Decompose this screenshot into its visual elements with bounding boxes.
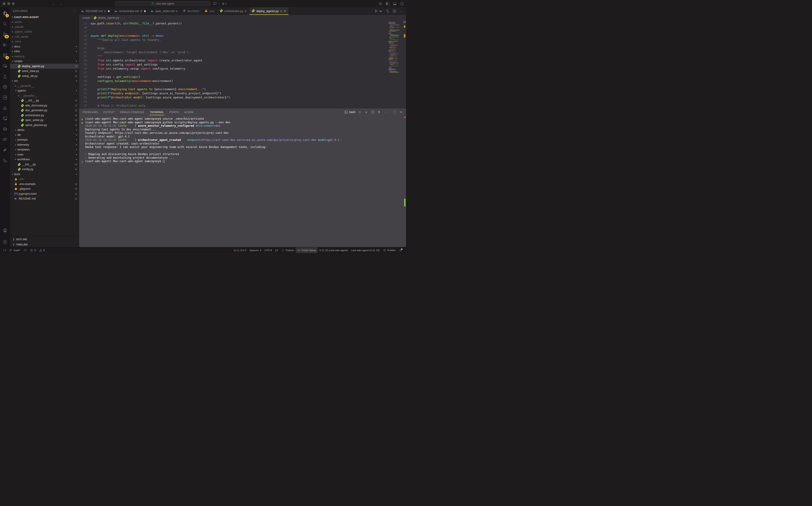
activity-terraform-icon[interactable] <box>0 92 10 103</box>
status-finish-setup[interactable]: Finish Setup <box>295 247 318 253</box>
activity-terraform-cloud-icon[interactable] <box>0 113 10 124</box>
close-window-button[interactable] <box>3 2 5 5</box>
activity-explorer-icon[interactable]: 2 <box>0 8 10 19</box>
toggle-panel-icon[interactable] <box>393 2 397 6</box>
unsaved-dot-icon[interactable] <box>108 10 110 12</box>
editor-more-actions-icon[interactable]: ··· <box>399 10 403 13</box>
tree-item-telemetry[interactable]: ▸telemetry● <box>10 142 79 147</box>
terminal-dropdown-chevron-icon[interactable] <box>364 110 368 114</box>
activity-settings-icon[interactable] <box>0 237 10 247</box>
tree-item-README.md[interactable]: M↓README.mdU <box>10 196 79 201</box>
code-line[interactable]: 25 from src.config import get_settings <box>79 63 387 67</box>
code-line[interactable]: 24 from src.agents.orchestrator import c… <box>79 59 387 63</box>
terminal-output[interactable]: ●(cast-ado-agent) Mac:cast-ado-agent sam… <box>79 116 406 247</box>
panel-tab-terminal[interactable]: TERMINAL <box>149 108 164 116</box>
kill-terminal-icon[interactable] <box>377 110 381 114</box>
tree-item-memory[interactable]: ▸memory <box>10 54 79 59</box>
code-line[interactable]: 22 environment: Target environment ('dev… <box>79 50 387 54</box>
tree-item-prompts[interactable]: ▸prompts● <box>10 138 79 143</box>
tree-item-.azure[interactable]: ▸.azure <box>10 20 79 25</box>
sidebar-section-outline[interactable]: ❯OUTLINE <box>10 237 79 242</box>
status-3-11-15-cast-ado-agent[interactable]: 3.11.15 (cast-ado-agent) <box>318 247 349 253</box>
panel-tab-debug-console[interactable]: DEBUG CONSOLE <box>120 108 145 116</box>
code-line[interactable]: 26 from src.telemetry.setup import confi… <box>79 67 387 71</box>
tree-item-tests[interactable]: ▸tests● <box>10 172 79 177</box>
code-line[interactable]: 23 """ <box>79 54 387 59</box>
editor-tab-README.md[interactable]: M↓README.mdU <box>79 7 113 15</box>
unsaved-dot-icon[interactable] <box>144 10 146 12</box>
new-terminal-icon[interactable] <box>358 110 362 114</box>
status-remote[interactable] <box>1 247 8 253</box>
close-panel-icon[interactable] <box>399 110 403 114</box>
tree-item-.ruff_cache[interactable]: ▸.ruff_cache <box>10 34 79 39</box>
breadcrumb-file[interactable]: deploy_agents.py <box>98 16 119 19</box>
tree-item-.env.example[interactable]: .env.exampleU <box>10 181 79 186</box>
code-line[interactable]: 31 print(f"Deploying Cast agents to {env… <box>79 87 387 91</box>
editor-tab-deploy_agents.py[interactable]: deploy_agents.pyU✕ <box>249 7 289 15</box>
tree-item-workflows[interactable]: ▸workflows● <box>10 157 79 162</box>
tree-item-pyproject.toml[interactable]: [T]pyproject.tomlU <box>10 191 79 196</box>
split-editor-icon[interactable] <box>393 9 396 13</box>
open-changes-icon[interactable] <box>386 9 390 13</box>
tree-item-config.py[interactable]: config.pyU <box>10 167 79 172</box>
editor-tab-orchestrator.md[interactable]: M↓orchestrator.mdU <box>113 7 149 15</box>
chevron-down-icon[interactable] <box>218 3 221 5</box>
activity-copilot-icon[interactable] <box>0 134 10 145</box>
tree-item-__pycache__[interactable]: ▸__pycache__ <box>10 83 79 88</box>
back-arrow-icon[interactable]: ← <box>52 2 56 6</box>
breadcrumb-symbol[interactable]: ... <box>123 16 125 19</box>
activity-azure-icon[interactable] <box>0 103 10 113</box>
command-center-search[interactable]: cast-ado-agent <box>115 1 211 6</box>
tree-item-.gitignore[interactable]: .gitignoreU <box>10 186 79 191</box>
editor-scrollbar[interactable] <box>403 20 406 108</box>
tree-item-infra[interactable]: ▸infra● <box>10 49 79 54</box>
tree-item-doc_generator.py[interactable]: doc_generator.pyU <box>10 108 79 113</box>
sidebar-section-timeline[interactable]: ❯TIMELINE <box>10 242 79 247</box>
status-python[interactable]: Python <box>280 247 295 253</box>
tree-item-.venv[interactable]: ▸.venv <box>10 39 79 44</box>
code-line[interactable]: 33 print(f"Orchestrator model: {settings… <box>79 95 387 99</box>
breadcrumb-folder[interactable]: scripts <box>82 16 90 19</box>
tree-item-src[interactable]: ▾src● <box>10 79 79 84</box>
activity-remote-explorer-icon[interactable] <box>0 61 10 71</box>
code-line[interactable]: 34 <box>79 99 387 104</box>
run-dropdown-chevron-icon[interactable] <box>379 9 383 13</box>
activity-extensions-icon[interactable]: 3 <box>0 50 10 61</box>
tree-item-__init__.py[interactable]: __init__.pyU <box>10 162 79 167</box>
customize-layout-icon[interactable] <box>379 2 383 6</box>
panel-tab-problems[interactable]: PROBLEMS <box>82 108 98 116</box>
tree-item-templates[interactable]: ▸templates● <box>10 147 79 152</box>
window-controls[interactable] <box>3 2 15 5</box>
panel-more-actions-icon[interactable]: ··· <box>384 110 387 114</box>
activity-testing-icon[interactable] <box>0 71 10 82</box>
activity-search-icon[interactable] <box>0 19 10 29</box>
tree-item-db[interactable]: ▸db● <box>10 133 79 138</box>
tree-item-scripts[interactable]: ▾scripts● <box>10 59 79 64</box>
editor-tab-.env[interactable]: .env <box>202 7 217 15</box>
status-ln-1-col-1[interactable]: Ln 1, Col 1 <box>232 247 248 253</box>
tree-item-sprint_planner.py[interactable]: sprint_planner.pyU <box>10 122 79 128</box>
panel-tab-azure[interactable]: AZURE <box>184 108 194 116</box>
tree-item-.claude[interactable]: ▸.claude <box>10 24 79 29</box>
minimap[interactable] <box>388 20 403 108</box>
scrollbar-slider[interactable] <box>403 21 406 23</box>
activity-github-icon[interactable] <box>0 82 10 92</box>
minimize-window-button[interactable] <box>7 2 10 5</box>
editor-tab-dev.tfvars[interactable]: dev.tfvars <box>180 7 202 15</box>
forward-arrow-icon[interactable]: → <box>59 2 62 6</box>
tree-item-seed_data.py[interactable]: seed_data.pyU <box>10 69 79 74</box>
code-line[interactable]: 32 print(f"Foundry endpoint: {settings.a… <box>79 91 387 95</box>
code-line[interactable]: 19 """Deploy all Cast agents to Foundry. <box>79 38 387 42</box>
editor-tab-spec_writer.md[interactable]: M↓spec_writer.mdU <box>149 7 180 15</box>
tree-item-deploy_agents.py[interactable]: deploy_agents.pyU <box>10 64 79 69</box>
status-main[interactable]: main* <box>8 247 22 253</box>
tree-item-spec_writer.py[interactable]: spec_writer.pyU <box>10 118 79 123</box>
code-line[interactable]: 30 <box>79 83 387 87</box>
maximize-panel-icon[interactable] <box>393 110 396 114</box>
activity-run-debug-icon[interactable] <box>0 40 10 50</box>
tree-item-__pycache__[interactable]: ▸__pycache__ <box>10 93 79 98</box>
tree-item-setup_db.py[interactable]: setup_db.pyU <box>10 74 79 79</box>
tree-root-CAST-ADO-AGENT[interactable]: ▾CAST-ADO-AGENT <box>10 15 79 20</box>
tree-item-.env[interactable]: .env <box>10 177 79 182</box>
tree-item-.pytest_cache[interactable]: ▸.pytest_cache <box>10 29 79 34</box>
